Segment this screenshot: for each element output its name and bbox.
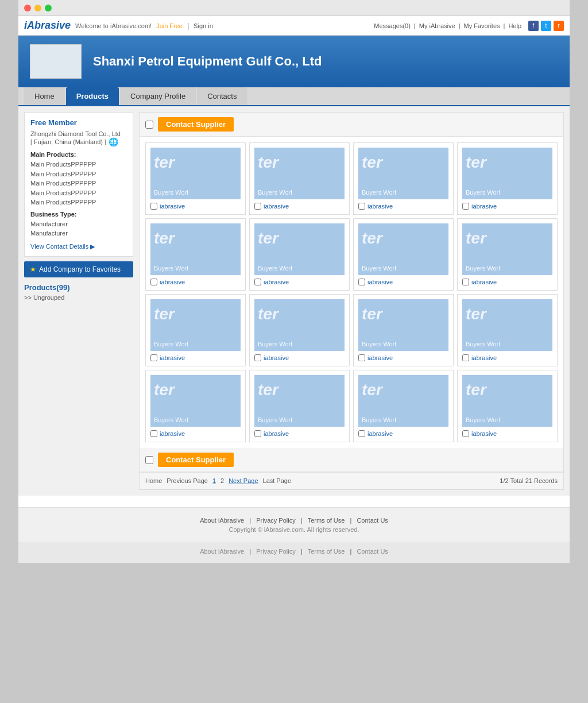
product-image-7[interactable]: ter Buyers Worl xyxy=(358,223,448,275)
product-checkbox-4[interactable] xyxy=(462,203,469,210)
product-image-16[interactable]: ter Buyers Worl xyxy=(462,375,552,427)
join-free-link[interactable]: Join Free xyxy=(156,22,183,29)
contact-supplier-top-button[interactable]: Contact Supplier xyxy=(158,117,234,132)
product-checkbox-14[interactable] xyxy=(254,430,261,437)
product-name-3[interactable]: iabrasive xyxy=(368,203,393,210)
product-checkbox-11[interactable] xyxy=(358,354,365,361)
about-link[interactable]: About iAbrasive xyxy=(200,517,244,524)
product-name-4[interactable]: iabrasive xyxy=(471,203,497,210)
tab-contacts[interactable]: Contacts xyxy=(197,87,247,105)
close-btn[interactable] xyxy=(24,5,31,11)
check-all-top[interactable] xyxy=(145,121,153,129)
maximize-btn[interactable] xyxy=(45,5,52,11)
product-name-7[interactable]: iabrasive xyxy=(368,279,393,285)
product-name-16[interactable]: iabrasive xyxy=(471,430,497,437)
help-link[interactable]: Help xyxy=(508,22,521,29)
pagination-page2[interactable]: 2 xyxy=(220,477,224,484)
product-name-5[interactable]: iabrasive xyxy=(160,279,185,285)
privacy-link-bottom[interactable]: Privacy Policy xyxy=(256,548,295,555)
minimize-btn[interactable] xyxy=(34,5,41,11)
my-iabrasive-link[interactable]: My iAbrasive xyxy=(419,22,455,29)
product-image-4[interactable]: ter Buyers Worl xyxy=(462,148,552,199)
product-checkbox-2[interactable] xyxy=(254,203,261,210)
product-image-13[interactable]: ter Buyers Worl xyxy=(150,375,241,427)
product-checkbox-13[interactable] xyxy=(150,430,157,437)
product-name-13[interactable]: iabrasive xyxy=(160,430,185,437)
terms-link[interactable]: Terms of Use xyxy=(308,517,345,524)
product-card-14: ter Buyers Worl iabrasive xyxy=(249,370,350,442)
product-image-12[interactable]: ter Buyers Worl xyxy=(462,299,552,351)
bottom-contact-bar: Contact Supplier xyxy=(140,448,563,472)
product-name-12[interactable]: iabrasive xyxy=(471,354,497,361)
privacy-link[interactable]: Privacy Policy xyxy=(256,517,295,524)
check-all-bottom[interactable] xyxy=(145,456,153,464)
pagination-page1[interactable]: 1 xyxy=(212,477,216,484)
product-checkbox-8[interactable] xyxy=(462,279,469,285)
product-image-14[interactable]: ter Buyers Worl xyxy=(254,375,345,427)
product-card-3: ter Buyers Worl iabrasive xyxy=(353,142,454,215)
mp-item-5: Main ProductsPPPPPP xyxy=(30,198,127,207)
product-name-8[interactable]: iabrasive xyxy=(471,279,497,285)
product-image-5[interactable]: ter Buyers Worl xyxy=(150,223,241,275)
twitter-icon[interactable]: t xyxy=(541,21,551,31)
product-card-9: ter Buyers Worl iabrasive xyxy=(145,294,246,366)
add-favorites-button[interactable]: ★ Add Company to Favorites xyxy=(24,261,133,277)
product-name-10[interactable]: iabrasive xyxy=(264,354,289,361)
sidebar: Free Member Zhongzhi Diamond Tool Co., L… xyxy=(24,112,133,490)
product-image-subtitle: Buyers Worl xyxy=(154,189,188,196)
terms-link-bottom[interactable]: Terms of Use xyxy=(308,548,345,555)
contact-link[interactable]: Contact Us xyxy=(357,517,388,524)
product-name-6[interactable]: iabrasive xyxy=(264,279,289,285)
product-image-10[interactable]: ter Buyers Worl xyxy=(254,299,345,351)
facebook-icon[interactable]: f xyxy=(528,21,539,31)
product-image-3[interactable]: ter Buyers Worl xyxy=(358,148,448,199)
product-checkbox-10[interactable] xyxy=(254,354,261,361)
pagination-previous[interactable]: Previous Page xyxy=(167,477,208,484)
product-image-11[interactable]: ter Buyers Worl xyxy=(358,299,448,351)
product-name-15[interactable]: iabrasive xyxy=(368,430,393,437)
sidebar-company-name: Zhongzhi Diamond Tool Co., Ltd xyxy=(30,130,127,137)
pagination-home[interactable]: Home xyxy=(145,477,162,484)
my-favorites-link[interactable]: My Favorites xyxy=(464,22,500,29)
product-checkbox-9[interactable] xyxy=(150,354,157,361)
pagination-last[interactable]: Last Page xyxy=(263,477,292,484)
product-checkbox-16[interactable] xyxy=(462,430,469,437)
product-image-1[interactable]: ter Buyers Worl xyxy=(150,148,241,199)
main-content: Free Member Zhongzhi Diamond Tool Co., L… xyxy=(18,106,570,496)
product-checkbox-7[interactable] xyxy=(358,279,365,285)
about-link-bottom[interactable]: About iAbrasive xyxy=(200,548,244,555)
tab-products[interactable]: Products xyxy=(66,87,119,105)
bt-item-2: Manufacturer xyxy=(30,229,127,238)
contact-link-bottom[interactable]: Contact Us xyxy=(357,548,388,555)
view-contact-link[interactable]: View Contact Details ▶ xyxy=(30,243,127,250)
product-checkbox-1[interactable] xyxy=(150,203,157,210)
product-card-2: ter Buyers Worl iabrasive xyxy=(249,142,350,215)
product-name-9[interactable]: iabrasive xyxy=(160,354,185,361)
rss-icon[interactable]: r xyxy=(554,21,564,31)
contact-supplier-bottom-button[interactable]: Contact Supplier xyxy=(158,453,234,467)
tab-company-profile[interactable]: Company Profile xyxy=(120,87,196,105)
sign-in-link[interactable]: Sign in xyxy=(194,22,213,29)
product-card-8: ter Buyers Worl iabrasive xyxy=(457,218,558,291)
product-image-8[interactable]: ter Buyers Worl xyxy=(462,223,552,275)
product-name-14[interactable]: iabrasive xyxy=(264,430,289,437)
pagination-next[interactable]: Next Page xyxy=(229,477,258,484)
product-image-9[interactable]: ter Buyers Worl xyxy=(150,299,241,351)
product-checkbox-15[interactable] xyxy=(358,430,365,437)
product-name-1[interactable]: iabrasive xyxy=(160,203,185,210)
product-checkbox-3[interactable] xyxy=(358,203,365,210)
product-image-15[interactable]: ter Buyers Worl xyxy=(358,375,448,427)
product-card-10: ter Buyers Worl iabrasive xyxy=(249,294,350,366)
product-checkbox-12[interactable] xyxy=(462,354,469,361)
product-name-11[interactable]: iabrasive xyxy=(368,354,393,361)
messages-link[interactable]: Messages(0) xyxy=(374,22,411,29)
business-type: Business Type: Manufacturer Manufacturer xyxy=(30,211,127,238)
product-image-6[interactable]: ter Buyers Worl xyxy=(254,223,345,275)
product-image-2[interactable]: ter Buyers Worl xyxy=(254,148,345,199)
product-checkbox-5[interactable] xyxy=(150,279,157,285)
product-checkbox-6[interactable] xyxy=(254,279,261,285)
product-name-2[interactable]: iabrasive xyxy=(264,203,289,210)
top-contact-bar: Contact Supplier xyxy=(140,113,563,137)
tab-home[interactable]: Home xyxy=(24,87,65,105)
ungrouped-link[interactable]: >> Ungrouped xyxy=(24,294,133,301)
